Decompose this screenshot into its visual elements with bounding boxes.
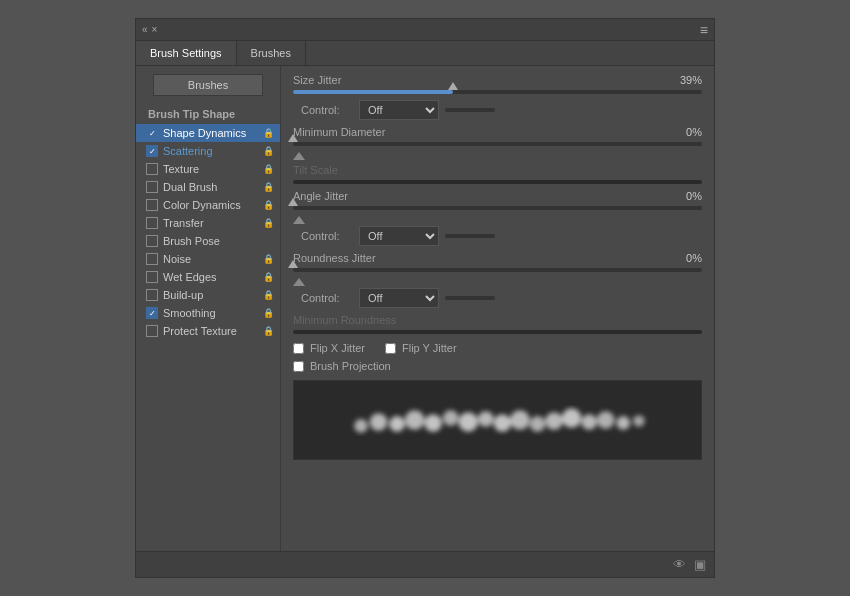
shape-dynamics-checkbox[interactable] [146, 127, 158, 139]
sidebar-item-color-dynamics[interactable]: Color Dynamics 🔒 [136, 196, 280, 214]
angle-jitter-row: Angle Jitter 0% [293, 190, 702, 202]
size-jitter-value: 39% [660, 74, 702, 86]
flip-x-checkbox[interactable] [293, 343, 304, 354]
sidebar-item-texture[interactable]: Texture 🔒 [136, 160, 280, 178]
shape-dynamics-label: Shape Dynamics [163, 127, 274, 139]
panel-body: Brushes Brush Tip Shape Shape Dynamics 🔒… [136, 66, 714, 551]
svg-point-3 [405, 410, 425, 430]
minimum-diameter-label: Minimum Diameter [293, 126, 413, 138]
dual-brush-label: Dual Brush [163, 181, 274, 193]
noise-checkbox[interactable] [146, 253, 158, 265]
titlebar-icons: « × [142, 24, 157, 35]
svg-point-1 [370, 413, 388, 431]
control2-select[interactable]: Off Fade Pen Pressure Pen Tilt Initial D… [359, 226, 439, 246]
dual-brush-checkbox[interactable] [146, 181, 158, 193]
minimum-roundness-label: Minimum Roundness [293, 314, 413, 326]
panel-menu-icon[interactable]: ≡ [700, 22, 708, 38]
protect-texture-checkbox[interactable] [146, 325, 158, 337]
sidebar-item-shape-dynamics[interactable]: Shape Dynamics 🔒 [136, 124, 280, 142]
visibility-icon[interactable]: 👁 [673, 557, 686, 572]
flip-x-label: Flip X Jitter [310, 342, 365, 354]
tab-brush-settings[interactable]: Brush Settings [136, 41, 237, 65]
noise-label: Noise [163, 253, 274, 265]
roundness-jitter-slider[interactable] [293, 268, 702, 272]
sidebar-item-noise[interactable]: Noise 🔒 [136, 250, 280, 268]
copy-icon[interactable]: ▣ [694, 557, 706, 572]
build-up-label: Build-up [163, 289, 274, 301]
svg-point-15 [616, 416, 630, 430]
sidebar-item-smoothing[interactable]: Smoothing 🔒 [136, 304, 280, 322]
svg-point-2 [389, 416, 405, 432]
bottom-bar: 👁 ▣ [136, 551, 714, 577]
scattering-lock-icon: 🔒 [263, 146, 274, 156]
sidebar-item-build-up[interactable]: Build-up 🔒 [136, 286, 280, 304]
transfer-checkbox[interactable] [146, 217, 158, 229]
main-content: Size Jitter 39% Control: Off Fade Pen Pr… [281, 66, 714, 551]
flip-y-row: Flip Y Jitter [385, 342, 457, 354]
color-dynamics-checkbox[interactable] [146, 199, 158, 211]
brush-projection-row: Brush Projection [293, 360, 702, 372]
svg-point-9 [510, 410, 530, 430]
size-jitter-slider[interactable] [293, 90, 702, 94]
control1-label: Control: [301, 104, 351, 116]
minimum-diameter-slider[interactable] [293, 142, 702, 146]
noise-lock-icon: 🔒 [263, 254, 274, 264]
color-dynamics-lock-icon: 🔒 [263, 200, 274, 210]
brush-stroke-svg [294, 381, 701, 459]
control1-select[interactable]: Off Fade Pen Pressure Pen Tilt [359, 100, 439, 120]
tilt-scale-row: Tilt Scale [293, 164, 702, 176]
brushes-button[interactable]: Brushes [153, 74, 263, 96]
texture-lock-icon: 🔒 [263, 164, 274, 174]
shape-dynamics-lock-icon: 🔒 [263, 128, 274, 138]
size-jitter-label: Size Jitter [293, 74, 413, 86]
panel-tabs: Brush Settings Brushes [136, 41, 714, 66]
angle-triangle [293, 216, 305, 224]
build-up-checkbox[interactable] [146, 289, 158, 301]
scattering-checkbox[interactable] [146, 145, 158, 157]
sidebar-item-protect-texture[interactable]: Protect Texture 🔒 [136, 322, 280, 340]
brush-projection-checkbox[interactable] [293, 361, 304, 372]
svg-point-8 [494, 414, 512, 432]
brush-pose-checkbox[interactable] [146, 235, 158, 247]
brush-pose-label: Brush Pose [163, 235, 274, 247]
minimum-diameter-thumb [288, 134, 298, 142]
control3-select[interactable]: Off Fade Pen Pressure Pen Tilt Stylus Wh… [359, 288, 439, 308]
sidebar-item-dual-brush[interactable]: Dual Brush 🔒 [136, 178, 280, 196]
minimum-diameter-slider-container [293, 142, 702, 146]
size-jitter-slider-container [293, 90, 702, 94]
sidebar-item-scattering[interactable]: Scattering 🔒 [136, 142, 280, 160]
sidebar-item-wet-edges[interactable]: Wet Edges 🔒 [136, 268, 280, 286]
sidebar-item-transfer[interactable]: Transfer 🔒 [136, 214, 280, 232]
wet-edges-label: Wet Edges [163, 271, 274, 283]
texture-checkbox[interactable] [146, 163, 158, 175]
control2-mini-slider [445, 234, 495, 238]
roundness-jitter-label: Roundness Jitter [293, 252, 413, 264]
svg-point-12 [562, 408, 582, 428]
svg-point-11 [545, 412, 563, 430]
tilt-scale-slider-container [293, 180, 702, 184]
flip-y-checkbox[interactable] [385, 343, 396, 354]
roundness-jitter-value: 0% [660, 252, 702, 264]
smoothing-checkbox[interactable] [146, 307, 158, 319]
svg-point-4 [424, 414, 442, 432]
angle-jitter-slider[interactable] [293, 206, 702, 210]
angle-jitter-thumb [288, 198, 298, 206]
minimum-roundness-row: Minimum Roundness [293, 314, 702, 326]
titlebar: « × ≡ [136, 19, 714, 41]
roundness-jitter-thumb [288, 260, 298, 268]
roundness-jitter-slider-container [293, 268, 702, 272]
wet-edges-checkbox[interactable] [146, 271, 158, 283]
smoothing-lock-icon: 🔒 [263, 308, 274, 318]
minimum-roundness-slider [293, 330, 702, 334]
svg-point-10 [530, 416, 546, 432]
tilt-scale-triangle [293, 152, 305, 160]
brush-preview [293, 380, 702, 460]
collapse-icon[interactable]: « [142, 24, 148, 35]
flip-y-label: Flip Y Jitter [402, 342, 457, 354]
tab-brushes[interactable]: Brushes [237, 41, 306, 65]
sidebar-item-brush-pose[interactable]: Brush Pose [136, 232, 280, 250]
flip-checkboxes: Flip X Jitter Flip Y Jitter [293, 340, 702, 356]
close-icon[interactable]: × [152, 24, 158, 35]
flip-x-row: Flip X Jitter [293, 342, 365, 354]
angle-jitter-slider-container [293, 206, 702, 210]
